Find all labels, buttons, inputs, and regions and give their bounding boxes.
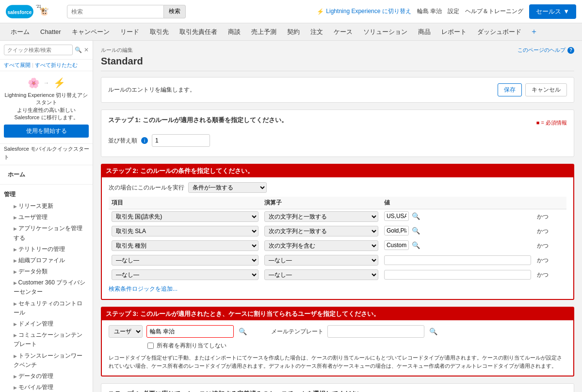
- lightning-switch[interactable]: ⚡ Lightning Experience に切り替え: [317, 7, 411, 16]
- nav-solution[interactable]: ソリューション: [358, 24, 412, 40]
- add-filter-link[interactable]: 検索条件ロジックを追加...: [109, 285, 178, 293]
- sidebar-item-translation[interactable]: トランスレーションワークベンチ: [4, 350, 89, 371]
- nav-product[interactable]: 商品: [413, 24, 436, 40]
- condition-field-2[interactable]: 取引先 SLA: [112, 226, 259, 236]
- top-right: ⚡ Lightning Experience に切り替え 輪島 幸治 設定 ヘル…: [317, 4, 576, 19]
- condition-val-5[interactable]: [384, 270, 531, 280]
- rule-buttons: 保存 キャンセル: [498, 83, 567, 96]
- email-search-button[interactable]: 🔍: [428, 328, 438, 335]
- sidebar-item-user-mgmt[interactable]: ユーザ管理: [4, 212, 89, 223]
- condition-search-3[interactable]: 🔍: [411, 241, 421, 249]
- col-header-field: 項目: [109, 197, 261, 209]
- col-header-op: 演算子: [261, 197, 381, 209]
- condition-search-1[interactable]: 🔍: [411, 212, 421, 220]
- settings-link[interactable]: 設定: [448, 7, 459, 16]
- sidebar-search-icon[interactable]: 🔍: [75, 47, 82, 53]
- condition-row-3: 取引先 種別 次の文字列を含む 🔍 かつ: [109, 238, 566, 253]
- start-button[interactable]: 使用を開始する: [4, 125, 89, 138]
- sidebar-item-comm-template[interactable]: コミュニケーションテンプレート: [4, 329, 89, 350]
- nav-case[interactable]: ケース: [329, 24, 357, 40]
- sidebar-item-mobile-quickstart[interactable]: Salesforce モバイルクイックスタート: [0, 144, 93, 165]
- sidebar-item-data-mgmt[interactable]: データの管理: [4, 371, 89, 382]
- search-area: 検索: [67, 5, 212, 18]
- step3-user-row: ユーザ 🔍 メールテンプレート 🔍: [109, 325, 566, 338]
- salesforce-logo: salesforce '21 🐮: [6, 3, 59, 20]
- sidebar-item-home[interactable]: ホーム: [4, 169, 89, 180]
- nav-forecast[interactable]: 売上予測: [246, 24, 281, 40]
- condition-op-1[interactable]: 次の文字列と一致する: [264, 211, 378, 222]
- condition-field-1[interactable]: 取引先 国(請求先): [112, 211, 259, 222]
- nav-campaign[interactable]: キャンペーン: [67, 24, 114, 40]
- order-input[interactable]: [152, 134, 210, 147]
- sidebar-item-app-mgmt[interactable]: アプリケーションを管理する: [4, 223, 89, 243]
- sales-button[interactable]: セールス ▼: [529, 4, 576, 19]
- step3-section: ステップ 3: このルールが適用されたとき、ケースに割り当てられるユーザを指定し…: [101, 307, 574, 376]
- promo-lightning-icon: ⚡: [53, 77, 65, 89]
- reassign-label: 所有者を再割り当てしない: [157, 342, 226, 350]
- search-button[interactable]: 検索: [164, 5, 186, 18]
- cancel-button-top[interactable]: キャンセル: [525, 83, 567, 96]
- condition-row-1: 取引先 国(請求先) 次の文字列と一致する 🔍 かつ: [109, 209, 566, 224]
- sidebar-divider-1: [0, 184, 93, 185]
- promo-arrow-icon: →: [44, 79, 49, 86]
- nav-chatter[interactable]: Chatter: [35, 24, 66, 39]
- nav-contact[interactable]: 取引先責任者: [175, 24, 222, 40]
- order-info-icon[interactable]: i: [141, 137, 148, 144]
- page-help-link[interactable]: このページのヘルプ ?: [517, 47, 574, 54]
- expand-all[interactable]: すべて展開: [4, 62, 31, 68]
- search-input[interactable]: [67, 5, 164, 18]
- user-type-select[interactable]: ユーザ: [109, 325, 143, 338]
- condition-field-5[interactable]: —なし—: [112, 269, 259, 280]
- condition-val-1[interactable]: [384, 211, 409, 221]
- nav-dashboard[interactable]: ダッシュボード: [472, 24, 526, 40]
- required-note: ■ = 必須情報: [536, 119, 567, 126]
- condition-search-2[interactable]: 🔍: [411, 227, 421, 235]
- condition-field-4[interactable]: —なし—: [112, 255, 259, 266]
- condition-op-5[interactable]: —なし—: [264, 269, 378, 280]
- sidebar-item-domain[interactable]: ドメイン管理: [4, 318, 89, 329]
- condition-op-2[interactable]: 次の文字列と一致する: [264, 226, 378, 236]
- sidebar-search-input[interactable]: [4, 45, 73, 55]
- user-value-input[interactable]: [146, 325, 234, 338]
- help-link[interactable]: ヘルプ＆トレーニング: [465, 7, 523, 16]
- condition-run-row: 次の場合にこのルールを実行 条件が一致する すべての条件が一致する カスタム条件…: [109, 182, 566, 193]
- sidebar-item-territory[interactable]: テリトリーの管理: [4, 244, 89, 255]
- nav-home[interactable]: ホーム: [6, 24, 34, 40]
- nav-order[interactable]: 注文: [306, 24, 328, 40]
- user-search-button[interactable]: 🔍: [238, 328, 248, 335]
- sidebar-promo: 🌸 → ⚡ Lightning Experience 切り替えアシスタント より…: [0, 71, 93, 144]
- sidebar-item-mobile-mgmt[interactable]: モバイル管理: [4, 382, 89, 392]
- condition-val-4[interactable]: [384, 255, 531, 265]
- condition-field-3[interactable]: 取引先 種別: [112, 240, 259, 251]
- nav-add[interactable]: ＋: [527, 23, 541, 41]
- nav-report[interactable]: レポート: [436, 24, 471, 40]
- step2-title: ステップ 2: このルールの条件を指定してください。: [102, 165, 573, 177]
- sidebar-item-c360[interactable]: Customer 360 プライバシーセンター: [4, 277, 89, 298]
- sidebar-manage-title: 管理: [4, 190, 89, 199]
- user-menu[interactable]: 輪島 幸治: [417, 7, 442, 16]
- sidebar-item-data-classify[interactable]: データ分類: [4, 266, 89, 277]
- collapse-all[interactable]: すべて折りたたむ: [32, 62, 78, 68]
- condition-val-3[interactable]: [384, 240, 409, 250]
- nav-lead[interactable]: リード: [115, 24, 144, 40]
- condition-val-2[interactable]: [384, 226, 409, 235]
- nav-contract[interactable]: 契約: [282, 24, 305, 40]
- sidebar-search-area: 🔍 ✕: [0, 41, 93, 60]
- condition-and-3: かつ: [534, 238, 566, 253]
- condition-op-3[interactable]: 次の文字列を含む: [264, 240, 378, 251]
- sidebar-item-org-profile[interactable]: 組織プロファイル: [4, 255, 89, 266]
- reassign-checkbox[interactable]: [147, 343, 154, 349]
- rule-intro-section: ルールのエントリを編集します。 保存 キャンセル: [101, 77, 574, 103]
- nav-opportunity[interactable]: 商談: [223, 24, 245, 40]
- save-button-top[interactable]: 保存: [498, 83, 522, 96]
- condition-and-2: かつ: [534, 224, 566, 238]
- sidebar-item-security[interactable]: セキュリティのコントロール: [4, 298, 89, 318]
- email-template-input[interactable]: [327, 325, 424, 338]
- sidebar-clear-icon[interactable]: ✕: [84, 47, 89, 53]
- sidebar-item-release[interactable]: リリース更新: [4, 201, 89, 212]
- condition-run-select[interactable]: 条件が一致する すべての条件が一致する カスタム条件が一致する: [188, 182, 267, 193]
- nav-account[interactable]: 取引先: [145, 24, 174, 40]
- step1-title: ステップ 1: このルールが適用される順番を指定してください。: [108, 116, 288, 125]
- condition-op-4[interactable]: —なし—: [264, 255, 378, 266]
- page-title: Standard: [101, 56, 574, 71]
